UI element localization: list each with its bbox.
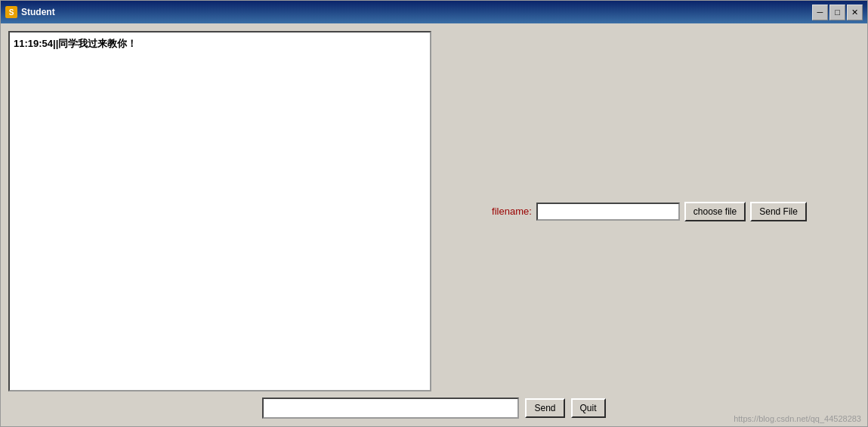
window-body: 11:19:54||同学我过来教你！ filename: choose file… [1, 23, 867, 426]
left-panel: 11:19:54||同学我过来教你！ [8, 31, 431, 391]
main-window: S Student ─ □ ✕ 11:19:54||同学我过来教你！ filen… [0, 0, 868, 427]
main-content: 11:19:54||同学我过来教你！ filename: choose file… [8, 31, 860, 391]
chat-area[interactable]: 11:19:54||同学我过来教你！ [8, 31, 431, 391]
send-file-button[interactable]: Send File [750, 202, 807, 221]
close-button[interactable]: ✕ [847, 5, 863, 20]
message-input[interactable] [262, 398, 519, 419]
bottom-bar: Send Quit [8, 398, 860, 419]
choose-file-button[interactable]: choose file [684, 202, 746, 221]
minimize-button[interactable]: ─ [812, 5, 828, 20]
maximize-button[interactable]: □ [829, 5, 845, 20]
send-button[interactable]: Send [525, 398, 564, 418]
title-bar-left: S Student [5, 6, 55, 18]
watermark: https://blog.csdn.net/qq_44528283 [734, 414, 861, 423]
title-bar-controls: ─ □ ✕ [812, 5, 863, 20]
filename-input[interactable] [536, 203, 680, 221]
title-bar: S Student ─ □ ✕ [1, 1, 867, 23]
file-section: filename: choose file Send File [492, 202, 807, 221]
window-title: Student [21, 7, 55, 17]
app-icon: S [5, 6, 17, 18]
chat-message: 11:19:54||同学我过来教你！ [14, 36, 426, 51]
right-panel: filename: choose file Send File [439, 31, 860, 391]
filename-label: filename: [492, 206, 532, 217]
quit-button[interactable]: Quit [571, 398, 606, 418]
